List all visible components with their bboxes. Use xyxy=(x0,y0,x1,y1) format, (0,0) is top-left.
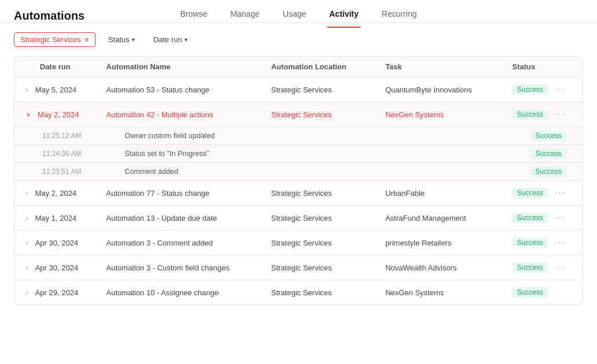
date-run-filter-label: Date run xyxy=(153,35,182,44)
expand-button[interactable]: › xyxy=(24,238,31,247)
date-value: Apr 30, 2024 xyxy=(35,263,78,272)
location-cell: Strategic Services xyxy=(262,181,376,206)
app-container: Automations Browse Manage Usage Activity… xyxy=(0,0,597,364)
tab-recurring[interactable]: Recurring xyxy=(379,5,419,28)
close-icon[interactable]: × xyxy=(84,36,89,44)
expand-button[interactable]: › xyxy=(24,213,31,222)
col-date-run: Date run xyxy=(14,57,97,77)
activity-table-container: Date run Automation Name Automation Loca… xyxy=(14,56,583,305)
date-cell: › Apr 30, 2024 xyxy=(14,231,97,255)
status-badge: Success xyxy=(512,237,547,248)
location-cell: Strategic Services xyxy=(262,206,376,231)
table-header-row: Date run Automation Name Automation Loca… xyxy=(14,57,583,77)
row-actions-button[interactable]: ··· xyxy=(555,237,566,248)
tab-activity[interactable]: Activity xyxy=(327,5,361,28)
task-cell: NexGen Systems xyxy=(376,102,503,127)
table-row: › May 1, 2024 Automation 13 - Update due… xyxy=(14,206,583,231)
sub-row-action: Comment added xyxy=(97,163,262,181)
expand-button[interactable]: › xyxy=(24,188,31,198)
sub-row-time: 11:24:36 AM xyxy=(14,145,97,163)
date-value: May 2, 2024 xyxy=(35,189,77,198)
status-badge: Success xyxy=(530,166,566,177)
sub-row-task xyxy=(376,145,503,163)
location-cell: Strategic Services xyxy=(262,77,376,102)
tab-browse[interactable]: Browse xyxy=(178,5,209,28)
automation-name-cell: Automation 3 - Custom field changes xyxy=(97,255,262,280)
automation-name-cell: Automation 10 - Assignee change xyxy=(97,280,262,305)
sub-row-status: Success xyxy=(503,163,583,181)
expand-button[interactable]: › xyxy=(24,288,31,297)
date-value: May 1, 2024 xyxy=(35,214,77,222)
row-actions-button[interactable]: ··· xyxy=(555,188,566,198)
chevron-down-icon: ▾ xyxy=(132,36,135,43)
row-actions-button[interactable]: ··· xyxy=(555,213,566,223)
automation-name-cell: Automation 77 - Status change xyxy=(97,181,262,206)
sub-row-status: Success xyxy=(503,127,583,145)
status-badge: Success xyxy=(530,131,566,141)
table-row-expanded: ∨ May 2, 2024 Automation 42 - Multiple a… xyxy=(14,102,583,127)
col-automation-location: Automation Location xyxy=(262,57,376,77)
status-cell: Success ··· xyxy=(503,181,583,206)
table-row: › May 5, 2024 Automation 53 - Status cha… xyxy=(14,77,583,102)
location-cell: Strategic Services xyxy=(262,280,376,305)
filter-tag-strategic-services[interactable]: Strategic Services × xyxy=(14,32,95,47)
status-cell: Success ··· xyxy=(503,206,583,231)
row-actions-button[interactable]: ··· xyxy=(555,84,566,95)
sub-row: 11:24:36 AM Status set to "In Progress" … xyxy=(14,145,583,163)
col-task: Task xyxy=(376,57,503,77)
col-status: Status xyxy=(503,57,583,77)
status-badge: Success xyxy=(512,262,547,273)
date-cell: › May 2, 2024 xyxy=(14,181,97,206)
status-cell: Success ··· xyxy=(503,231,583,255)
expand-button[interactable]: › xyxy=(24,85,31,94)
status-badge: Success xyxy=(512,84,547,95)
task-cell: primestyle Retailers xyxy=(376,231,503,255)
location-cell: Strategic Services xyxy=(262,231,376,255)
automation-name-cell: Automation 42 - Multiple actions xyxy=(97,102,262,127)
location-cell: Strategic Services xyxy=(262,102,376,127)
automation-name-cell: Automation 53 - Status change xyxy=(97,77,262,102)
date-value: May 2, 2024 xyxy=(38,110,79,119)
table-row: › Apr 29, 2024 Automation 10 - Assignee … xyxy=(14,280,583,305)
automation-name-cell: Automation 13 - Update due date xyxy=(97,206,262,231)
tab-usage[interactable]: Usage xyxy=(281,5,308,28)
date-cell: › May 1, 2024 xyxy=(14,206,97,231)
row-actions-button[interactable]: ··· xyxy=(555,109,566,120)
status-cell: Success ··· xyxy=(503,77,583,102)
task-cell: NexGen Systems xyxy=(376,280,503,305)
task-cell: UrbanFable xyxy=(376,181,503,206)
nav-tabs: Browse Manage Usage Activity Recurring xyxy=(178,5,419,28)
status-badge: Success xyxy=(530,148,566,159)
status-filter-dropdown[interactable]: Status ▾ xyxy=(102,33,141,46)
sub-row-location xyxy=(262,145,376,163)
location-cell: Strategic Services xyxy=(262,255,376,280)
sub-row-action: Status set to "In Progress" xyxy=(97,145,262,163)
sub-row-task xyxy=(376,163,503,181)
date-value: Apr 30, 2024 xyxy=(35,239,78,247)
status-badge: Success xyxy=(512,287,547,298)
status-filter-label: Status xyxy=(108,35,130,44)
status-badge: Success xyxy=(512,109,547,120)
sub-row: 11:23:51 AM Comment added Success xyxy=(14,163,583,181)
date-cell: › Apr 29, 2024 xyxy=(14,280,97,305)
table-row: › Apr 30, 2024 Automation 3 - Comment ad… xyxy=(14,231,583,255)
sub-row-action: Owner custom field updated xyxy=(97,127,262,145)
automation-name-cell: Automation 3 - Comment added xyxy=(97,231,262,255)
date-cell: › May 5, 2024 xyxy=(14,77,97,102)
filter-tag-label: Strategic Services xyxy=(20,35,81,44)
tab-manage[interactable]: Manage xyxy=(228,5,262,28)
table-row: › May 2, 2024 Automation 77 - Status cha… xyxy=(14,181,583,206)
activity-table: Date run Automation Name Automation Loca… xyxy=(14,57,583,304)
status-cell: Success ··· xyxy=(503,102,583,127)
sub-row-location xyxy=(262,163,376,181)
expand-button[interactable]: › xyxy=(24,263,31,272)
header: Automations Browse Manage Usage Activity… xyxy=(0,0,597,23)
date-cell: ∨ May 2, 2024 xyxy=(14,102,97,127)
sub-row: 11:25:12 AM Owner custom field updated S… xyxy=(14,127,583,145)
table-row: › Apr 30, 2024 Automation 3 - Custom fie… xyxy=(14,255,583,280)
collapse-button[interactable]: ∨ xyxy=(24,110,33,120)
date-run-filter-dropdown[interactable]: Date run ▾ xyxy=(148,33,193,46)
row-actions-button[interactable]: ··· xyxy=(555,262,566,273)
date-value: Apr 29, 2024 xyxy=(35,288,78,297)
chevron-down-icon: ▾ xyxy=(185,36,187,43)
